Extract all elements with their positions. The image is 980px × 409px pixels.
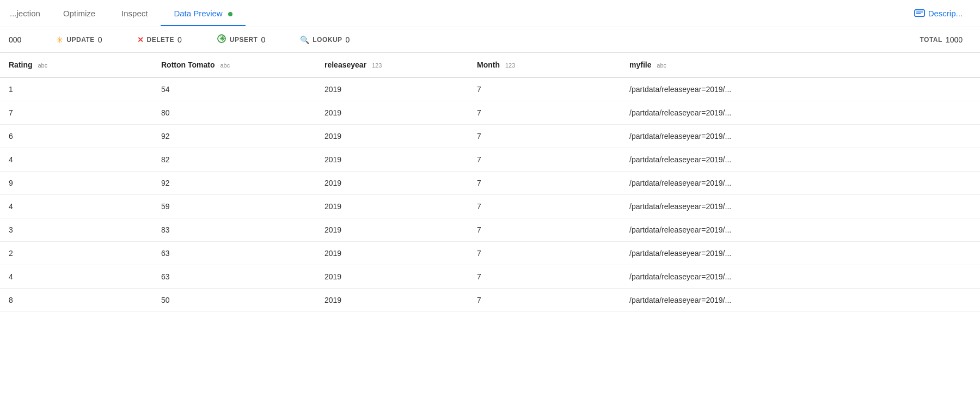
table-row[interactable]: 78020197/partdata/releaseyear=2019/... [0, 101, 980, 125]
cell-month: 7 [468, 148, 621, 172]
cell-rotton_tomato: 82 [152, 148, 316, 172]
stat-total: TOTAL 1000 [902, 35, 980, 44]
cell-rotton_tomato: 63 [152, 265, 316, 289]
cell-rating: 4 [0, 195, 152, 218]
cell-rating: 1 [0, 77, 152, 101]
cell-month: 7 [468, 172, 621, 195]
cell-releaseyear: 2019 [316, 289, 468, 312]
cell-myfile: /partdata/releaseyear=2019/... [621, 265, 980, 289]
stat-delete: ✕ DELETE 0 [120, 35, 199, 44]
describe-button[interactable]: Descrip... [905, 4, 971, 22]
update-icon: ✳ [56, 35, 63, 45]
cell-rating: 7 [0, 101, 152, 125]
stat-count: 000 [0, 35, 39, 44]
cell-rotton_tomato: 92 [152, 172, 316, 195]
delete-icon: ✕ [137, 35, 144, 44]
cell-month: 7 [468, 265, 621, 289]
cell-rotton_tomato: 50 [152, 289, 316, 312]
cell-rating: 4 [0, 148, 152, 172]
table-header-row: Rating abc Rotton Tomato abc releaseyear… [0, 53, 980, 77]
top-nav: ...jection Optimize Inspect Data Preview… [0, 0, 980, 27]
upsert-icon: ✳ [217, 34, 226, 46]
cell-month: 7 [468, 289, 621, 312]
cell-myfile: /partdata/releaseyear=2019/... [621, 172, 980, 195]
cell-rotton_tomato: 92 [152, 125, 316, 148]
table-row[interactable]: 69220197/partdata/releaseyear=2019/... [0, 125, 980, 148]
cell-rating: 3 [0, 218, 152, 242]
svg-rect-0 [915, 10, 924, 16]
table-row[interactable]: 38320197/partdata/releaseyear=2019/... [0, 218, 980, 242]
stats-bar: 000 ✳ UPDATE 0 ✕ DELETE 0 ✳ UPSERT 0 🔍 L… [0, 27, 980, 53]
cell-rating: 2 [0, 242, 152, 265]
col-header-rotton-tomato: Rotton Tomato abc [152, 53, 316, 77]
data-table-container: Rating abc Rotton Tomato abc releaseyear… [0, 53, 980, 406]
cell-releaseyear: 2019 [316, 101, 468, 125]
cell-myfile: /partdata/releaseyear=2019/... [621, 125, 980, 148]
col-header-rating: Rating abc [0, 53, 152, 77]
tab-optimize[interactable]: Optimize [50, 1, 108, 26]
cell-myfile: /partdata/releaseyear=2019/... [621, 77, 980, 101]
cell-releaseyear: 2019 [316, 265, 468, 289]
cell-myfile: /partdata/releaseyear=2019/... [621, 101, 980, 125]
cell-rating: 9 [0, 172, 152, 195]
cell-releaseyear: 2019 [316, 242, 468, 265]
tab-inspect[interactable]: Inspect [108, 1, 161, 26]
stat-lookup: 🔍 LOOKUP 0 [283, 35, 367, 44]
svg-text:✳: ✳ [219, 35, 225, 42]
table-row[interactable]: 48220197/partdata/releaseyear=2019/... [0, 148, 980, 172]
cell-releaseyear: 2019 [316, 77, 468, 101]
cell-rotton_tomato: 83 [152, 218, 316, 242]
tab-data-preview[interactable]: Data Preview [161, 1, 245, 26]
cell-month: 7 [468, 195, 621, 218]
cell-releaseyear: 2019 [316, 172, 468, 195]
cell-month: 7 [468, 77, 621, 101]
cell-myfile: /partdata/releaseyear=2019/... [621, 289, 980, 312]
stat-upsert: ✳ UPSERT 0 [199, 34, 283, 46]
cell-myfile: /partdata/releaseyear=2019/... [621, 218, 980, 242]
col-header-myfile: myfile abc [621, 53, 980, 77]
data-table: Rating abc Rotton Tomato abc releaseyear… [0, 53, 980, 312]
cell-rotton_tomato: 59 [152, 195, 316, 218]
table-row[interactable]: 46320197/partdata/releaseyear=2019/... [0, 265, 980, 289]
active-dot [228, 12, 232, 16]
cell-month: 7 [468, 218, 621, 242]
cell-rating: 6 [0, 125, 152, 148]
table-row[interactable]: 45920197/partdata/releaseyear=2019/... [0, 195, 980, 218]
table-row[interactable]: 99220197/partdata/releaseyear=2019/... [0, 172, 980, 195]
table-row[interactable]: 85020197/partdata/releaseyear=2019/... [0, 289, 980, 312]
col-header-month: Month 123 [468, 53, 621, 77]
cell-releaseyear: 2019 [316, 125, 468, 148]
table-row[interactable]: 15420197/partdata/releaseyear=2019/... [0, 77, 980, 101]
cell-myfile: /partdata/releaseyear=2019/... [621, 195, 980, 218]
cell-rotton_tomato: 80 [152, 101, 316, 125]
cell-month: 7 [468, 101, 621, 125]
cell-releaseyear: 2019 [316, 148, 468, 172]
lookup-icon: 🔍 [300, 35, 309, 44]
cell-rating: 4 [0, 265, 152, 289]
cell-releaseyear: 2019 [316, 218, 468, 242]
cell-releaseyear: 2019 [316, 195, 468, 218]
tab-injection[interactable]: ...jection [0, 1, 50, 26]
cell-month: 7 [468, 125, 621, 148]
cell-myfile: /partdata/releaseyear=2019/... [621, 148, 980, 172]
cell-rotton_tomato: 54 [152, 77, 316, 101]
chat-icon [914, 9, 925, 18]
cell-myfile: /partdata/releaseyear=2019/... [621, 242, 980, 265]
cell-month: 7 [468, 242, 621, 265]
stat-update: ✳ UPDATE 0 [39, 35, 119, 45]
col-header-releaseyear: releaseyear 123 [316, 53, 468, 77]
table-row[interactable]: 26320197/partdata/releaseyear=2019/... [0, 242, 980, 265]
cell-rotton_tomato: 63 [152, 242, 316, 265]
cell-rating: 8 [0, 289, 152, 312]
